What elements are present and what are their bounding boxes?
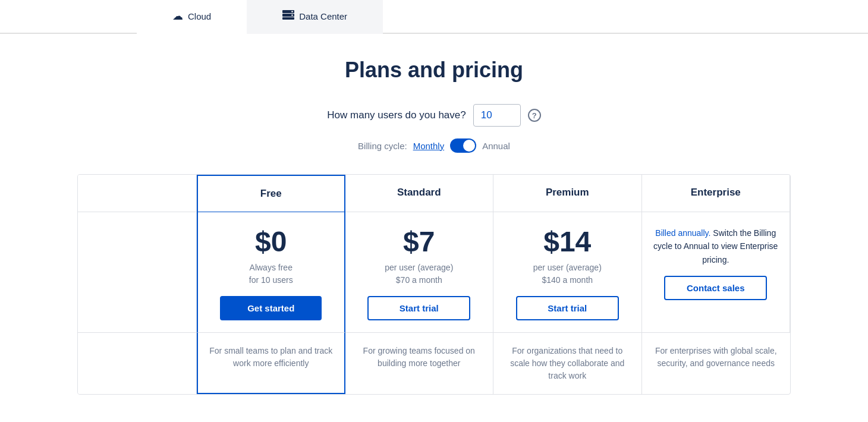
enterprise-cta-button[interactable]: Contact sales [664,276,767,300]
tab-cloud[interactable]: ☁ Cloud [137,0,247,34]
user-count-label: How many users do you have? [327,109,466,121]
billing-toggle[interactable] [450,138,476,153]
tab-data-center-label: Data Center [299,11,347,21]
data-center-icon [282,10,294,23]
tab-data-center[interactable]: Data Center [247,0,383,34]
price-cell-enterprise: Billed annually. Switch the Billing cycl… [642,212,791,333]
toggle-knob [463,140,475,152]
desc-cell-premium: For organizations that need to scale how… [493,333,642,394]
svg-rect-4 [291,14,293,15]
price-cell-empty [78,212,197,333]
plan-header-premium: Premium [493,175,642,212]
desc-cell-enterprise: For enterprises with global scale, secur… [642,333,791,394]
billing-annual-label: Annual [482,141,510,151]
plan-header-enterprise: Enterprise [642,175,791,212]
tab-cloud-label: Cloud [188,11,211,21]
price-cell-free: $0 Always free for 10 users Get started [197,212,345,333]
free-price-sub: Always free for 10 users [207,262,335,286]
desc-cell-empty [78,333,197,394]
desc-cell-standard: For growing teams focused on building mo… [345,333,494,394]
plan-header-empty [78,175,197,212]
standard-price-sub: per user (average) $70 a month [355,262,484,286]
enterprise-message: Billed annually. Switch the Billing cycl… [652,226,781,266]
desc-cell-free: For small teams to plan and track work m… [197,333,345,394]
user-count-row: How many users do you have? ? [77,104,791,127]
premium-price: $14 [503,226,632,258]
plan-header-free: Free [197,175,345,212]
plan-header-standard: Standard [345,175,494,212]
free-price: $0 [207,226,335,258]
premium-price-sub: per user (average) $140 a month [503,262,632,286]
standard-price: $7 [355,226,484,258]
free-cta-button[interactable]: Get started [220,296,322,320]
enterprise-billed-annually: Billed annually. [655,228,710,238]
billing-monthly-label[interactable]: Monthly [413,141,445,151]
price-cell-premium: $14 per user (average) $140 a month Star… [493,212,642,333]
help-icon[interactable]: ? [528,109,541,122]
price-cell-standard: $7 per user (average) $70 a month Start … [345,212,494,333]
user-count-input[interactable] [473,104,521,127]
main-content: Plans and pricing How many users do you … [65,34,803,418]
tab-bar: ☁ Cloud Data Center [0,0,868,34]
premium-cta-button[interactable]: Start trial [516,296,619,320]
svg-rect-3 [291,11,293,12]
page-title: Plans and pricing [77,58,791,83]
pricing-table: Free Standard Premium Enterprise $0 Alwa… [77,174,791,395]
standard-cta-button[interactable]: Start trial [367,296,470,320]
billing-row: Billing cycle: Monthly Annual [77,138,791,153]
cloud-icon: ☁ [172,10,183,23]
svg-rect-2 [282,17,294,20]
billing-cycle-label: Billing cycle: [358,141,407,151]
